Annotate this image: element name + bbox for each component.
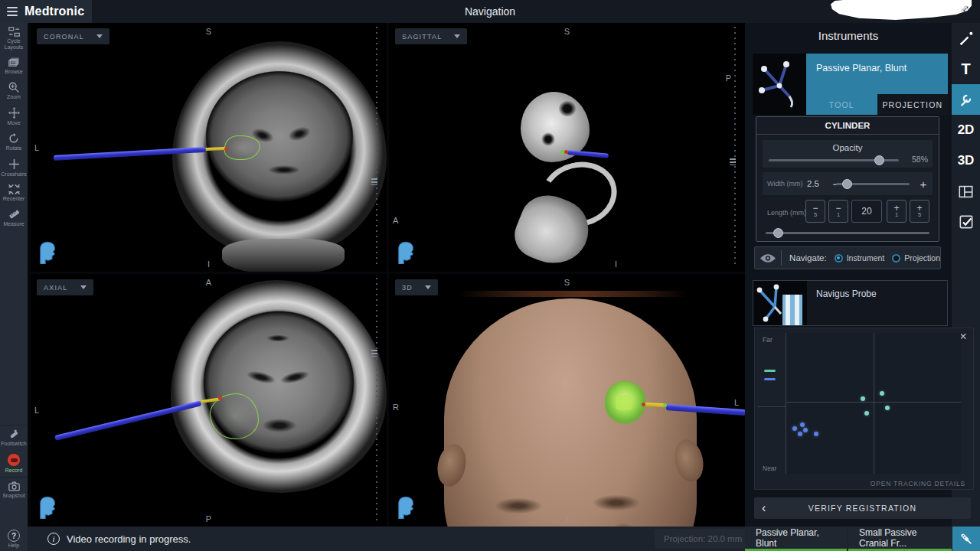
active-instrument-name: Passive Planar, Blunt [816,63,906,73]
sidebar-item-rotate[interactable]: Rotate [0,129,28,155]
help-icon: ? [8,530,20,542]
length-minus-1-button[interactable]: − 1 [828,200,848,223]
sidebar-item-cycle-layouts[interactable]: Cycle Layouts [0,23,28,54]
slice-scrollbar[interactable] [374,278,377,523]
instrument-tabs: TOOL PROJECTION [806,94,948,115]
chevron-down-icon [454,34,460,38]
sidebar-item-recenter[interactable]: Recenter [0,181,28,205]
orientation-label-superior: S [564,278,570,287]
bottom-tool-secondary[interactable]: Small Passive Cranial Fr... [848,527,952,551]
width-slider-knob[interactable] [842,179,852,189]
sagittal-view-selector[interactable]: SAGITTAL [395,28,467,44]
navigus-probe-card[interactable]: Navigus Probe [753,280,948,326]
verify-registration-button[interactable]: ‹ VERIFY REGISTRATION [754,497,971,519]
viewport-3d[interactable]: 3D S R L I [389,274,745,527]
navigate-label: Navigate: [789,253,827,262]
probe-icon [959,531,974,546]
orientation-label-superior: S [206,27,211,36]
medtronic-logo: Medtronic [24,5,84,18]
3d-view-selector[interactable]: 3D [395,279,438,295]
navigus-header: Navigus Probe [807,281,947,325]
instruments-panel-title: Instruments [745,29,952,42]
tab-projection[interactable]: PROJECTION [877,94,949,115]
record-icon [8,454,20,466]
2d-view-button[interactable]: 2D [952,115,980,145]
legend-dash-teal [764,370,776,372]
viewport-coronal[interactable]: CORONAL S L I [31,23,387,272]
viewport-sagittal[interactable]: SAGITTAL S A P I [389,23,745,272]
radio-unselected-icon [892,254,900,262]
visibility-toggle[interactable] [755,250,782,266]
sidebar-item-record[interactable]: Record [0,450,28,477]
orientation-head-icon [37,240,57,264]
length-minus-5-button[interactable]: − 5 [805,200,825,223]
navigate-option-projection[interactable]: Projection [892,253,940,262]
orientation-label-left: L [34,143,39,152]
width-row: Width (mm) 2.5 − + [763,172,933,195]
tracking-point [798,432,802,436]
measure-icon [8,209,20,220]
zoom-icon [8,82,19,93]
sidebar-item-move[interactable]: Move [0,103,28,129]
cylinder-title: CYLINDER [756,117,939,135]
sidebar-item-footswitch[interactable]: Footswitch [0,425,28,450]
coronal-view-selector[interactable]: CORONAL [37,28,109,44]
orientation-label-posterior: P [726,73,731,83]
length-slider[interactable] [766,232,929,234]
wrench-icon [959,93,973,107]
far-label: Far [763,336,773,344]
probe-entry-3d [663,403,667,407]
recenter-icon [8,184,20,194]
layout-icon [959,185,973,198]
slice-scrollbar[interactable] [733,27,736,268]
hamburger-menu-icon[interactable] [7,7,18,16]
tools-button[interactable] [952,84,980,115]
trajectory-icon [959,31,974,46]
length-slider-knob[interactable] [773,228,783,238]
chevron-down-icon [96,34,103,38]
tracking-point [814,432,818,436]
orientation-label-left: L [734,398,739,407]
cylinder-settings-box: CYLINDER Opacity 58% Width (mm) 2.5 − + … [756,116,939,242]
width-plus-button[interactable]: + [916,178,931,191]
tracking-point [861,396,865,401]
slice-scrollbar[interactable] [374,27,377,268]
viewport-axial[interactable]: AXIAL A L P [31,274,387,527]
text-annotation-button[interactable]: T [952,54,980,84]
width-value: 2.5 [807,179,828,188]
radio-selected-icon [835,254,843,262]
layout-button[interactable] [952,176,980,207]
sidebar-item-zoom[interactable]: Zoom [0,78,28,103]
opacity-slider-knob[interactable] [874,155,884,165]
open-tracking-details-link[interactable]: OPEN TRACKING DETAILS [871,480,965,487]
sidebar-item-measure[interactable]: Measure [0,205,28,230]
width-label: Width (mm) [763,180,807,187]
length-plus-1-button[interactable]: + 1 [887,200,906,223]
length-value: 20 [851,200,882,223]
bottom-tool-primary[interactable]: Passive Planar, Blunt [745,527,847,551]
checklist-button[interactable] [952,207,980,237]
status-message: i Video recording in progress. [47,533,191,545]
browse-icon [8,57,19,67]
instrument-panel-toggle-button[interactable] [952,527,980,551]
sidebar-item-snapshot[interactable]: Snapshot [0,477,28,502]
navigus-thumbnail [753,281,807,325]
tracking-point [792,426,797,431]
tracking-point [800,422,805,427]
sidebar-item-help[interactable]: ? Help [0,527,28,551]
orientation-label-inferior: I [207,259,210,269]
probe-point-sagittal [564,150,568,154]
navigus-name: Navigus Probe [807,281,947,299]
chevron-down-icon [80,285,87,289]
move-icon [8,107,20,119]
length-plus-5-button[interactable]: + 5 [910,200,929,223]
axial-view-selector[interactable]: AXIAL [37,279,93,295]
trajectory-tool-button[interactable] [952,23,980,54]
probe-point-axial [218,396,222,400]
sidebar-item-crosshairs[interactable]: Crosshairs [0,155,28,181]
navigate-option-instrument[interactable]: Instrument [835,253,885,262]
3d-view-button[interactable]: 3D [952,145,980,176]
tab-tool[interactable]: TOOL [806,94,877,115]
sidebar-item-browse[interactable]: Browse [0,54,28,78]
bottom-status-bar: i Video recording in progress. Projectio… [28,527,980,551]
